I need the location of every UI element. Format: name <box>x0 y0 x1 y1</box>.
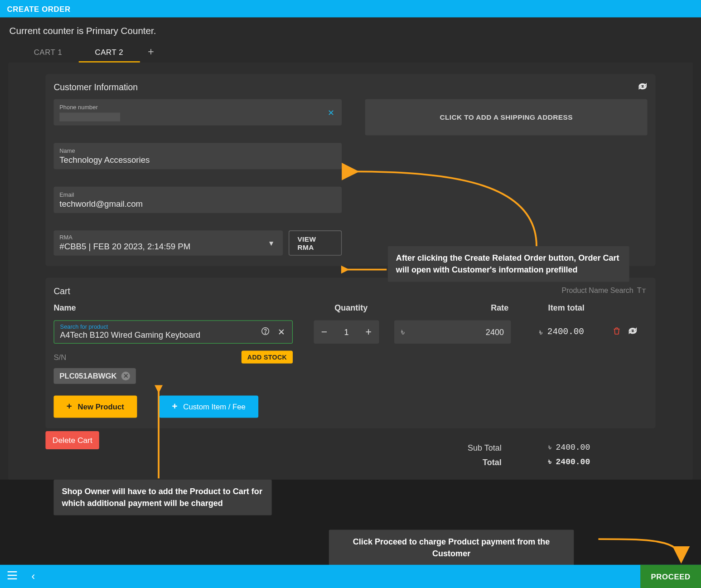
col-item-total: Item total <box>520 303 612 312</box>
app-title: CREATE ORDER <box>7 5 70 13</box>
view-rma-label: VIEW RMA <box>297 235 333 251</box>
close-icon: ✕ <box>328 107 334 117</box>
phone-field[interactable]: Phone number ✕ <box>53 99 342 126</box>
product-search-field[interactable]: Search for product A4Tech B120 Wired Gam… <box>53 321 293 344</box>
name-label: Name <box>59 148 336 154</box>
callout-add-product: Shop Owner will have to add the Product … <box>53 480 271 515</box>
add-stock-label: ADD STOCK <box>247 354 287 360</box>
annotation-arrow <box>595 531 694 566</box>
proceed-button[interactable]: PROCEED <box>640 565 701 588</box>
cart-line-row: Search for product A4Tech B120 Wired Gam… <box>53 321 647 344</box>
rate-input[interactable]: ৳ 2400 <box>394 321 511 344</box>
add-shipping-button[interactable]: CLICK TO ADD A SHIPPING ADDRESS <box>365 99 648 136</box>
chevron-down-icon: ▼ <box>268 239 275 247</box>
phone-value <box>59 112 336 122</box>
customer-info-title: Customer Information <box>53 82 647 92</box>
sn-chip: PLC051ABWGK ✕ <box>53 368 136 384</box>
plus-icon: + <box>366 326 372 338</box>
search-mode-label: Product Name Search <box>561 286 633 294</box>
callout-proceed: Click Proceed to charge Product payment … <box>329 530 574 565</box>
custom-item-label: Custom Item / Fee <box>183 402 246 411</box>
refresh-line-button[interactable] <box>628 327 638 337</box>
clear-product-button[interactable]: ✕ <box>278 327 285 337</box>
subtotal-label: Sub Total <box>443 442 502 452</box>
currency-icon: ৳ <box>539 327 543 337</box>
menu-button[interactable] <box>7 571 17 582</box>
qty-increase-button[interactable]: + <box>358 326 379 338</box>
help-icon[interactable] <box>261 326 270 337</box>
name-field[interactable]: Name Technology Accessories <box>53 143 342 169</box>
hamburger-icon <box>7 571 17 579</box>
proceed-label: PROCEED <box>651 572 691 581</box>
rate-value: 2400 <box>486 327 504 337</box>
refresh-icon <box>628 327 638 335</box>
product-search-label: Search for product <box>60 323 286 330</box>
email-label: Email <box>59 191 336 198</box>
trash-icon <box>612 326 621 335</box>
new-product-label: New Product <box>78 402 124 411</box>
refresh-customer-button[interactable] <box>638 82 648 92</box>
phone-label: Phone number <box>59 104 336 110</box>
col-name: Name <box>53 303 304 312</box>
currency-icon: ৳ <box>548 442 551 452</box>
delete-cart-button[interactable]: Delete Cart <box>45 431 99 449</box>
add-stock-button[interactable]: ADD STOCK <box>242 350 293 363</box>
col-quantity: Quantity <box>305 303 398 312</box>
remove-sn-button[interactable]: ✕ <box>121 372 130 380</box>
email-value: techworld@gmail.com <box>59 199 336 209</box>
back-button[interactable]: ‹ <box>31 570 35 583</box>
add-tab-button[interactable]: + <box>140 43 162 62</box>
cart-header-row: Name Quantity Rate Item total <box>53 303 647 312</box>
col-rate: Rate <box>398 303 520 312</box>
app-header: CREATE ORDER <box>0 0 701 18</box>
quantity-stepper: − 1 + <box>314 321 379 344</box>
new-product-button[interactable]: + New Product <box>53 396 137 418</box>
name-value: Technology Accessories <box>59 155 336 165</box>
total-label: Total <box>443 457 502 467</box>
subtotal-value: 2400.00 <box>556 442 590 452</box>
close-icon: ✕ <box>278 327 285 337</box>
rma-label: RMA <box>59 234 277 240</box>
text-format-icon: Tᴛ <box>637 286 646 295</box>
tab-cart-2[interactable]: CART 2 <box>78 42 140 63</box>
email-field[interactable]: Email techworld@gmail.com <box>53 187 342 213</box>
plus-icon: + <box>172 401 177 412</box>
cart-title: Cart <box>53 286 647 296</box>
bottom-bar: ‹ PROCEED <box>0 565 701 588</box>
item-total-value: 2400.00 <box>547 327 584 337</box>
svg-point-1 <box>265 333 266 333</box>
item-total: ৳ 2400.00 <box>511 327 612 337</box>
rma-select[interactable]: RMA #CBB5 | FEB 20 2023, 2:14:59 PM ▼ <box>53 230 283 255</box>
delete-line-button[interactable] <box>612 326 621 338</box>
product-name-value: A4Tech B120 Wired Gaming Keyboard <box>60 330 286 340</box>
qty-decrease-button[interactable]: − <box>314 326 334 338</box>
cart-tabs: CART 1 CART 2 + <box>0 39 701 63</box>
plus-icon: + <box>67 401 72 412</box>
customer-info-card: Customer Information Phone number ✕ <box>45 74 655 266</box>
plus-icon: + <box>148 46 154 58</box>
refresh-icon <box>638 82 648 90</box>
counter-info: Current counter is Primary Counter. <box>0 18 701 39</box>
sn-value: PLC051ABWGK <box>59 372 116 380</box>
add-shipping-label: CLICK TO ADD A SHIPPING ADDRESS <box>440 113 572 121</box>
clear-phone-button[interactable]: ✕ <box>328 107 334 117</box>
sn-label: S/N <box>53 353 66 361</box>
currency-icon: ৳ <box>548 457 551 467</box>
rma-value: #CBB5 | FEB 20 2023, 2:14:59 PM <box>59 242 277 252</box>
chevron-left-icon: ‹ <box>31 570 35 582</box>
total-value: 2400.00 <box>556 457 590 467</box>
custom-item-button[interactable]: + Custom Item / Fee <box>159 396 258 418</box>
currency-icon: ৳ <box>401 327 405 337</box>
cart-card: Cart Product Name Search Tᴛ Name Quantit… <box>45 278 655 428</box>
totals-section: Sub Total ৳ 2400.00 Total ৳ 2400.00 <box>45 440 655 469</box>
tab-cart-1[interactable]: CART 1 <box>18 42 79 63</box>
callout-order-prefill: After clicking the Create Related Order … <box>388 246 629 282</box>
minus-icon: − <box>321 326 328 338</box>
view-rma-button[interactable]: VIEW RMA <box>289 230 342 255</box>
product-search-mode[interactable]: Product Name Search Tᴛ <box>561 286 646 295</box>
close-icon: ✕ <box>123 372 129 380</box>
qty-value[interactable]: 1 <box>335 327 358 337</box>
delete-cart-label: Delete Cart <box>53 436 92 444</box>
